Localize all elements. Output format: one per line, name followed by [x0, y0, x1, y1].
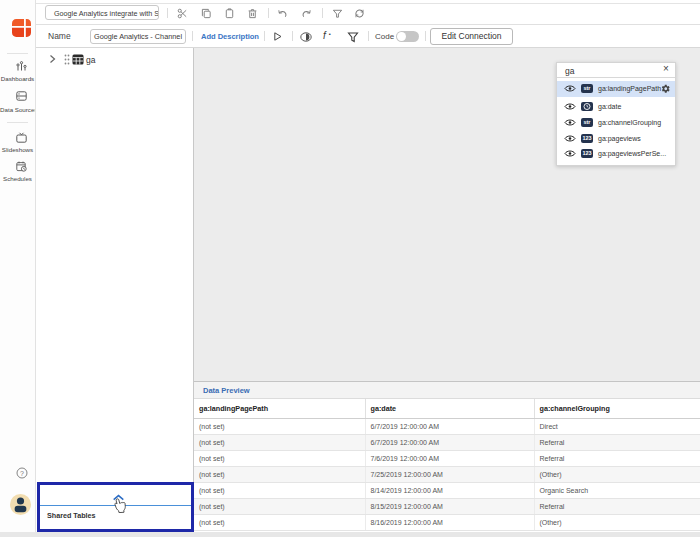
svg-text:?: ? [20, 470, 24, 477]
